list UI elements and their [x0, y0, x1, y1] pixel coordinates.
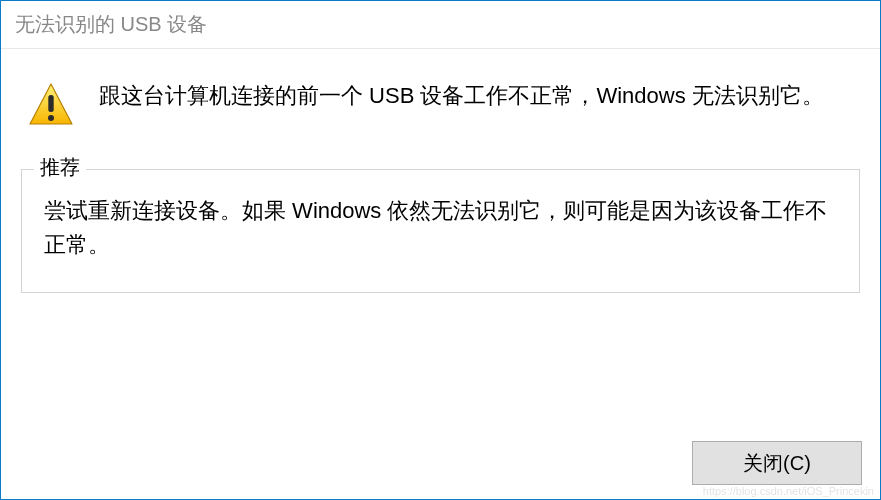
recommendation-legend: 推荐: [34, 154, 86, 181]
message-row: 跟这台计算机连接的前一个 USB 设备工作不正常，Windows 无法识别它。: [21, 79, 860, 129]
titlebar: 无法识别的 USB 设备: [1, 1, 880, 49]
svg-point-2: [48, 115, 54, 121]
dialog-content: 跟这台计算机连接的前一个 USB 设备工作不正常，Windows 无法识别它。 …: [1, 49, 880, 499]
dialog-title: 无法识别的 USB 设备: [15, 11, 207, 38]
svg-rect-1: [48, 95, 53, 112]
recommendation-text: 尝试重新连接设备。如果 Windows 依然无法识别它，则可能是因为该设备工作不…: [44, 194, 837, 262]
warning-icon: [27, 81, 75, 129]
recommendation-group: 推荐 尝试重新连接设备。如果 Windows 依然无法识别它，则可能是因为该设备…: [21, 169, 860, 293]
message-text: 跟这台计算机连接的前一个 USB 设备工作不正常，Windows 无法识别它。: [99, 79, 824, 113]
dialog-footer: 关闭(C): [692, 441, 862, 485]
dialog-window: 无法识别的 USB 设备 跟这台计算机连接的前一个 USB 设备工作不正常，: [0, 0, 881, 500]
close-button[interactable]: 关闭(C): [692, 441, 862, 485]
